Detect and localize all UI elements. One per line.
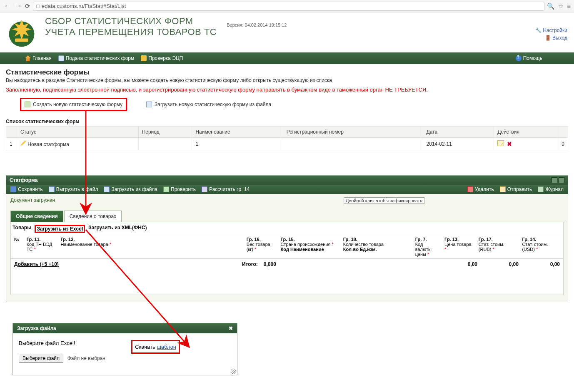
pencil-icon: [20, 140, 26, 146]
statform-panel: Статформа Сохранить Выгрузить в файл Заг…: [6, 175, 568, 302]
add-row-link[interactable]: Добавить (+5 +10): [14, 261, 59, 267]
delete-icon[interactable]: ✖: [507, 141, 512, 147]
nav-help[interactable]: Помощь: [516, 55, 542, 61]
goods-header: № Гр. 11.Код ТН ВЭД ТС * Гр. 12.Наименов…: [11, 235, 563, 258]
maximize-icon[interactable]: [552, 177, 557, 183]
main-nav: Главная Подача статистических форм Прове…: [0, 52, 574, 64]
help-icon: [516, 55, 522, 61]
page-subtitle: Вы находитесь в разделе Статистические ф…: [6, 77, 568, 83]
page-icon: ▢: [36, 3, 40, 9]
calc-button[interactable]: Рассчитать гр. 14: [202, 186, 250, 192]
browser-toolbar: ← → ⟳ ▢ edata.customs.ru/FtsStat/#Stat/L…: [0, 0, 574, 12]
forward-button[interactable]: →: [14, 2, 22, 10]
col-status[interactable]: Статус: [17, 127, 139, 138]
col-name[interactable]: Наименование: [192, 127, 283, 138]
goods-label: Товары: [12, 225, 31, 233]
panel-toolbar: Сохранить Выгрузить в файл Загрузить из …: [6, 185, 568, 194]
template-link[interactable]: шаблон: [157, 344, 176, 350]
back-button[interactable]: ←: [3, 2, 12, 10]
send-button[interactable]: Отправить: [500, 186, 532, 192]
save-button[interactable]: Сохранить: [10, 186, 43, 192]
url-text: edata.customs.ru/FtsStat/#Stat/List: [42, 3, 126, 9]
home-icon: [25, 55, 31, 61]
delete-button[interactable]: Удалить: [467, 186, 494, 192]
load-excel-link[interactable]: Загрузить из Excel: [37, 226, 83, 232]
calc-icon: [202, 186, 207, 192]
address-bar[interactable]: ▢ edata.customs.ru/FtsStat/#Stat/List: [33, 2, 544, 11]
close-panel-icon[interactable]: [559, 177, 564, 183]
search-icon[interactable]: 🔍: [547, 2, 555, 10]
dialog-title: Загрузка файла: [17, 325, 56, 331]
nav-submit[interactable]: Подача статистических форм: [58, 55, 135, 61]
app-title-1: СБОР СТАТИСТИЧЕСКИХ ФОРМ: [45, 16, 217, 27]
tooltip: Двойной клик чтобы зафиксировать: [344, 197, 424, 204]
check-icon: [163, 186, 169, 192]
dialog-close-icon[interactable]: ✖: [229, 325, 233, 331]
resize-grip[interactable]: [231, 369, 236, 374]
app-header: СБОР СТАТИСТИЧЕСКИХ ФОРМ УЧЕТА ПЕРЕМЕЩЕН…: [0, 12, 574, 52]
no-file-label: Файл не выбран: [67, 355, 105, 361]
col-reg[interactable]: Регистрационный номер: [283, 127, 423, 138]
create-form-button[interactable]: Создать новую статистическую форму: [22, 100, 125, 109]
settings-link[interactable]: 🔧Настройки: [535, 27, 567, 33]
forms-table: Статус Период Наименование Регистрационн…: [6, 126, 568, 150]
document-icon: [58, 55, 64, 61]
door-icon: 🚪: [545, 35, 551, 41]
load-xml-link[interactable]: Загрузить из XML(ФНС): [88, 225, 147, 233]
journal-icon: [538, 186, 544, 192]
table-row[interactable]: 1 Новая статформа 1 2014-02-11 ✖ 0: [6, 138, 568, 150]
edit-icon[interactable]: [497, 140, 504, 146]
mail-icon: [500, 186, 506, 192]
reload-button[interactable]: ⟳: [25, 2, 30, 10]
svg-rect-1: [15, 38, 28, 42]
journal-button[interactable]: Журнал: [538, 186, 564, 192]
menu-icon[interactable]: ≡: [567, 2, 571, 10]
page-title: Статистические формы: [6, 68, 568, 77]
panel-title-bar: Статформа: [6, 176, 568, 185]
choose-file-button[interactable]: Выберите файл: [19, 354, 63, 363]
check-button[interactable]: Проверить: [163, 186, 196, 192]
tab-goods[interactable]: Сведения о товарах: [64, 211, 122, 222]
col-date[interactable]: Дата: [423, 127, 494, 138]
upload-icon: [146, 102, 152, 107]
notice-text: Заполненную, подписанную электронной под…: [6, 87, 568, 93]
new-form-icon: [25, 102, 30, 107]
wrench-icon: 🔧: [535, 27, 541, 33]
list-title: Список статистических форм: [6, 119, 568, 124]
key-icon: [141, 55, 147, 61]
upload-form-button[interactable]: Загрузить новую статистическую форму из …: [144, 100, 274, 109]
emblem-icon: [5, 16, 38, 49]
exit-link[interactable]: 🚪Выход: [535, 35, 567, 41]
import-button[interactable]: Загрузить из файла: [104, 186, 157, 192]
nav-home[interactable]: Главная: [25, 55, 52, 61]
disk-icon: [10, 186, 16, 192]
trash-icon: [467, 186, 473, 192]
status-message: Документ загружен: [10, 197, 564, 203]
dialog-prompt: Выберите файл Excel!: [19, 340, 119, 346]
import-icon: [104, 186, 110, 192]
tab-general[interactable]: Общие сведения: [10, 211, 63, 222]
app-title-2: УЧЕТА ПЕРЕМЕЩЕНИЯ ТОВАРОВ ТС: [45, 27, 217, 37]
version-label: Версия: 04.02.2014 19:15:12: [227, 22, 287, 27]
export-button[interactable]: Выгрузить в файл: [49, 186, 98, 192]
export-icon: [49, 186, 55, 192]
col-period[interactable]: Период: [138, 127, 192, 138]
col-actions[interactable]: Действия: [494, 127, 557, 138]
upload-dialog: Загрузка файла ✖ Выберите файл Excel! Вы…: [12, 323, 237, 375]
star-icon[interactable]: ☆: [558, 2, 564, 10]
nav-check[interactable]: Проверка ЭЦП: [141, 55, 183, 61]
totals-row: Добавить (+5 +10) Итого: 0,000 0,00 0,00…: [11, 258, 563, 270]
